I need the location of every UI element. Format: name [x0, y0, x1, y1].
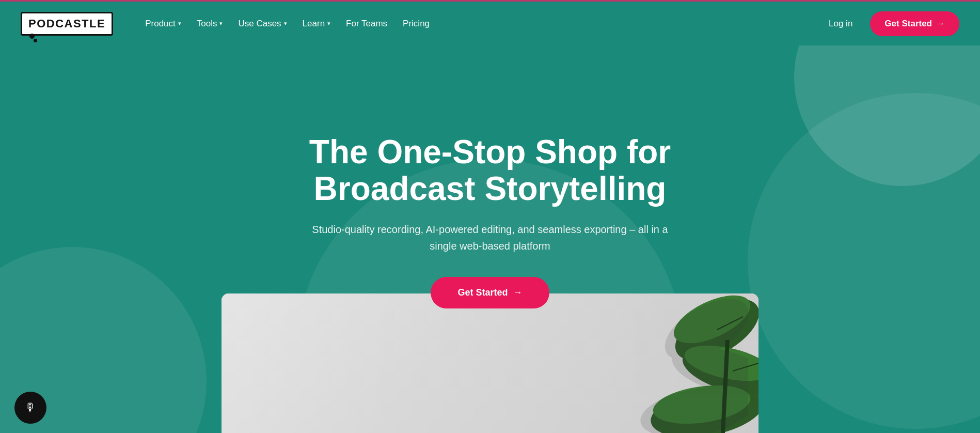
logo-text: PODCASTLE	[28, 17, 105, 30]
chevron-down-icon: ▾	[219, 20, 223, 27]
bottom-left-circle[interactable]: 🎙	[14, 392, 46, 424]
nav-right: Log in Get Started →	[821, 11, 959, 36]
arrow-right-icon: →	[936, 19, 945, 29]
hero-section: The One-Stop Shop for Broadcast Storytel…	[0, 0, 980, 433]
nav-item-product[interactable]: Product ▾	[138, 14, 188, 33]
nav-item-pricing[interactable]: Pricing	[396, 14, 437, 33]
hero-content: The One-Stop Shop for Broadcast Storytel…	[304, 134, 676, 308]
hero-title: The One-Stop Shop for Broadcast Storytel…	[304, 134, 676, 207]
nav-item-learn[interactable]: Learn ▾	[295, 14, 338, 33]
navbar: PODCASTLE Product ▾ Tools ▾ Use Cases ▾ …	[0, 0, 980, 45]
chevron-down-icon: ▾	[178, 20, 181, 27]
get-started-button-hero[interactable]: Get Started →	[431, 277, 549, 308]
login-button[interactable]: Log in	[821, 14, 860, 33]
arrow-right-icon: →	[513, 287, 523, 298]
chevron-down-icon: ▾	[284, 20, 287, 27]
microphone-icon: 🎙	[25, 401, 36, 414]
nav-item-for-teams[interactable]: For Teams	[339, 14, 394, 33]
nav-item-tools[interactable]: Tools ▾	[189, 14, 230, 33]
nav-item-use-cases[interactable]: Use Cases ▾	[231, 14, 294, 33]
app-preview	[222, 293, 758, 433]
logo[interactable]: PODCASTLE	[21, 12, 113, 36]
chevron-down-icon: ▾	[327, 20, 330, 27]
get-started-button-nav[interactable]: Get Started →	[870, 11, 959, 36]
bg-circle-right-mid	[748, 93, 980, 429]
hero-subtitle: Studio-quality recording, AI-powered edi…	[304, 221, 676, 254]
nav-links: Product ▾ Tools ▾ Use Cases ▾ Learn ▾ Fo…	[138, 14, 437, 33]
